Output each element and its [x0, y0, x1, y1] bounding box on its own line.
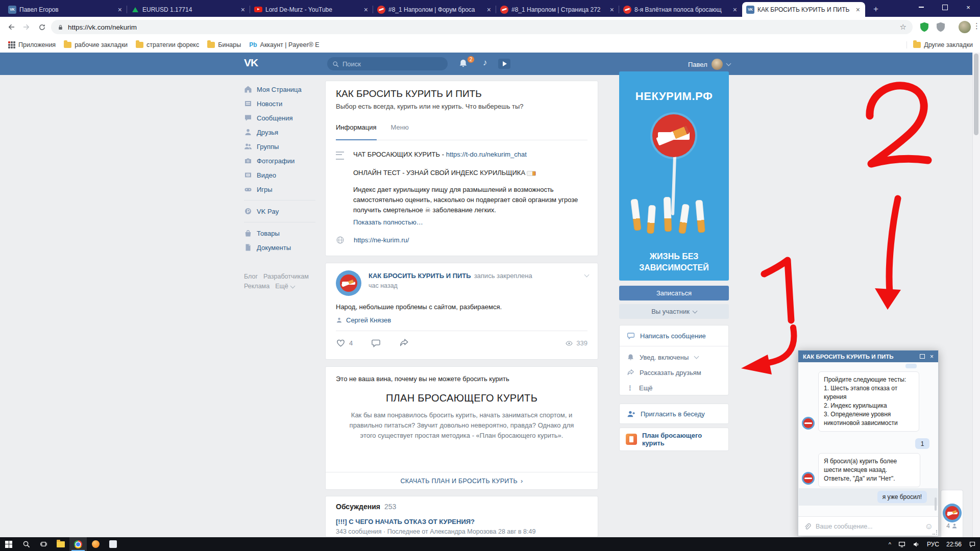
- tab-close-icon[interactable]: ×: [609, 6, 615, 13]
- tab-close-icon[interactable]: ×: [855, 6, 861, 13]
- bookmark-folder[interactable]: стратегии форекс: [136, 41, 199, 48]
- chat-scrollbar[interactable]: [935, 497, 937, 511]
- chat-input[interactable]: Ваше сообщение...: [816, 523, 920, 530]
- post-author-link[interactable]: КАК БРОСИТЬ КУРИТЬ И ПИТЬ: [369, 272, 471, 280]
- forward-button[interactable]: [19, 20, 34, 34]
- sidebar-item-my-page[interactable]: Моя Страница: [244, 82, 321, 96]
- tab-youtube[interactable]: Lord De-Murz - YouTube ×: [250, 2, 373, 17]
- back-button[interactable]: [4, 20, 18, 34]
- adblock-shield-icon[interactable]: [919, 21, 930, 33]
- extension-shield-icon[interactable]: [935, 21, 946, 33]
- browser-profile-avatar[interactable]: [959, 21, 971, 33]
- tab-menu[interactable]: Меню: [391, 120, 409, 140]
- chat-header[interactable]: КАК БРОСИТЬ КУРИТЬ И ПИТЬ ×: [798, 350, 938, 362]
- sidebar-item-news[interactable]: Новости: [244, 96, 321, 111]
- sidebar-item-friends[interactable]: Друзья: [244, 125, 321, 139]
- hidden-icons-chevron[interactable]: ^: [889, 541, 891, 547]
- vk-logo[interactable]: VK: [244, 57, 258, 69]
- website-link[interactable]: https://ne-kurim.ru/: [354, 236, 409, 244]
- sidebar-item-documents[interactable]: Документы: [244, 240, 321, 255]
- group-avatar[interactable]: [336, 270, 361, 296]
- photos-app-icon[interactable]: [104, 537, 121, 551]
- url-text[interactable]: https://vk.com/nekurim: [68, 23, 900, 31]
- member-status-button[interactable]: Вы участник: [619, 304, 729, 319]
- reload-button[interactable]: [35, 20, 49, 34]
- vk-search-input[interactable]: Поиск: [327, 57, 448, 70]
- tab-vk-group-active[interactable]: VK КАК БРОСИТЬ КУРИТЬ И ПИТЬ ×: [742, 2, 865, 17]
- tab-close-icon[interactable]: ×: [240, 6, 246, 13]
- sidebar-item-video[interactable]: Видео: [244, 168, 321, 182]
- write-message-action[interactable]: Написать сообщение: [620, 325, 728, 346]
- sidebar-item-market[interactable]: Товары: [244, 226, 321, 240]
- sidebar-item-photos[interactable]: Фотографии: [244, 154, 321, 168]
- emoji-smiley-icon[interactable]: ☺: [925, 522, 933, 531]
- tab-forum-3[interactable]: 8-я Взлётная полоса бросающ ×: [619, 2, 742, 17]
- window-restore-button[interactable]: [933, 0, 957, 14]
- task-view-icon[interactable]: [35, 537, 52, 551]
- page-scrollbar[interactable]: [972, 53, 980, 537]
- more-actions[interactable]: ⋮ Ещё: [620, 380, 728, 395]
- show-more-link[interactable]: Показать полностью…: [353, 218, 423, 226]
- clock[interactable]: 22:56: [946, 541, 962, 548]
- footer-link-blog[interactable]: Блог: [244, 272, 258, 282]
- post-timestamp[interactable]: час назад: [369, 282, 532, 289]
- display-tray-icon[interactable]: [898, 541, 905, 548]
- share-button[interactable]: [399, 338, 409, 348]
- plan-app-link[interactable]: План бросающего курить: [619, 428, 729, 451]
- bookmark-folder[interactable]: Бинары: [207, 41, 241, 48]
- discussion-topic-link[interactable]: [!!!] С ЧЕГО НАЧАТЬ ОТКАЗ ОТ КУРЕНИЯ?: [336, 518, 587, 525]
- vk-user-menu[interactable]: Павел: [688, 59, 730, 70]
- tab-close-icon[interactable]: ×: [363, 6, 369, 13]
- invite-to-chat-card[interactable]: Пригласить в беседу: [619, 404, 729, 424]
- tab-forum-2[interactable]: #8_1 Напролом | Страница 272 ×: [496, 2, 619, 17]
- chrome-taskbar-icon[interactable]: [69, 537, 87, 551]
- video-icon[interactable]: [498, 59, 510, 69]
- tab-forum-1[interactable]: #8_1 Напролом | Форум броса ×: [373, 2, 496, 17]
- telegram-chat-link[interactable]: https://t-do.ru/nekurim_chat: [446, 151, 527, 158]
- address-bar[interactable]: https://vk.com/nekurim ☆: [51, 20, 913, 34]
- community-banner[interactable]: НЕКУРИМ.РФ ЖИЗНЬ БЕЗ ЗАВИСИМОСТЕЙ: [619, 71, 729, 281]
- footer-link-ads[interactable]: Реклама: [244, 282, 270, 291]
- sidebar-item-messages[interactable]: Сообщения: [244, 111, 321, 125]
- scrollbar-thumb[interactable]: [974, 54, 978, 135]
- bookmark-folder[interactable]: рабочие закладки: [64, 41, 128, 48]
- tab-close-icon[interactable]: ×: [117, 6, 123, 13]
- comment-button[interactable]: [371, 338, 381, 348]
- notification-center-icon[interactable]: [969, 541, 976, 548]
- subscribe-button[interactable]: Записаться: [619, 286, 729, 300]
- taskbar-search-icon[interactable]: [17, 537, 35, 551]
- tab-close-icon[interactable]: ×: [486, 6, 492, 13]
- bookmark-star-icon[interactable]: ☆: [900, 22, 906, 32]
- post-mention[interactable]: Сергей Князев: [336, 316, 587, 324]
- resize-grip[interactable]: [933, 530, 937, 535]
- notifications-toggle-action[interactable]: Увед. включены: [620, 349, 728, 365]
- window-minimize-button[interactable]: [910, 0, 933, 14]
- sidebar-item-games[interactable]: Игры: [244, 182, 321, 196]
- tab-close-icon[interactable]: ×: [732, 6, 738, 13]
- sidebar-item-vk-pay[interactable]: VK Pay: [244, 204, 321, 218]
- window-close-button[interactable]: ×: [957, 0, 980, 14]
- browser-orange-icon[interactable]: [87, 537, 104, 551]
- bookmark-apps[interactable]: Приложения: [8, 41, 56, 48]
- chat-close-icon[interactable]: ×: [930, 353, 934, 360]
- browser-menu-icon[interactable]: ⋮: [973, 21, 980, 31]
- bookmark-payeer[interactable]: Pb Аккаунт | Payeer® Е: [249, 41, 319, 48]
- start-button[interactable]: [0, 537, 17, 551]
- chat-restore-icon[interactable]: [920, 353, 925, 360]
- language-indicator[interactable]: РУС: [927, 541, 939, 548]
- new-tab-button[interactable]: +: [869, 3, 883, 15]
- file-explorer-icon[interactable]: [52, 537, 69, 551]
- like-button[interactable]: 4: [336, 338, 353, 348]
- sidebar-item-groups[interactable]: Группы: [244, 139, 321, 154]
- tab-information[interactable]: Информация: [336, 120, 377, 140]
- attach-paperclip-icon[interactable]: [803, 522, 811, 530]
- tell-friends-action[interactable]: Рассказать друзьям: [620, 365, 728, 380]
- other-bookmarks[interactable]: Другие закладки: [906, 41, 973, 48]
- music-icon[interactable]: ♪: [483, 58, 487, 68]
- volume-tray-icon[interactable]: [913, 541, 920, 548]
- discussions-title[interactable]: Обсуждения: [336, 503, 380, 511]
- chat-list-avatar[interactable]: [943, 504, 962, 522]
- footer-link-more[interactable]: Ещё: [275, 282, 295, 291]
- footer-link-developers[interactable]: Разработчикам: [263, 272, 309, 282]
- download-plan-link[interactable]: СКАЧАТЬ ПЛАН И БРОСИТЬ КУРИТЬ›: [326, 472, 598, 489]
